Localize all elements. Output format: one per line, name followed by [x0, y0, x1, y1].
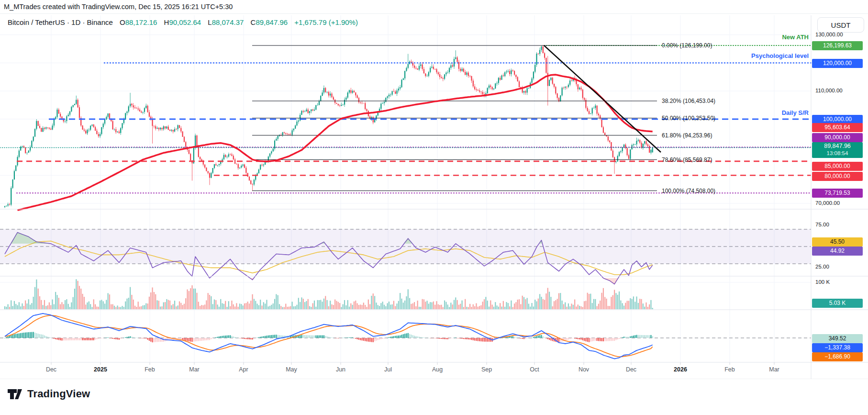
- macd-histogram-bar: [247, 338, 248, 339]
- macd-histogram-bar: [49, 337, 50, 338]
- macd-histogram-bar: [592, 338, 593, 341]
- candle-body: [578, 84, 579, 89]
- macd-histogram-bar: [597, 338, 598, 341]
- time-axis[interactable]: [0, 362, 811, 379]
- candle-body: [620, 151, 621, 152]
- volume-bar: [520, 304, 521, 309]
- candle-body: [408, 64, 409, 68]
- candle-body: [563, 88, 564, 88]
- candle-body: [384, 102, 385, 103]
- candle-body: [401, 80, 402, 87]
- volume-bar: [649, 304, 650, 309]
- volume-bar: [490, 300, 491, 309]
- currency-toggle-button[interactable]: USDT: [817, 17, 864, 33]
- macd-histogram-bar: [373, 338, 374, 342]
- symbol-info-bar[interactable]: Bitcoin / TetherUS · 1D · Binance O88,17…: [8, 18, 358, 26]
- volume-bar: [65, 300, 66, 309]
- volume-bar: [298, 298, 299, 309]
- candle-body: [434, 69, 435, 69]
- macd-histogram-bar: [568, 338, 569, 339]
- macd-histogram-bar: [520, 338, 521, 338]
- candle-body: [627, 148, 628, 155]
- macd-histogram-bar: [539, 335, 540, 338]
- candle-body: [171, 130, 172, 131]
- candle-body: [149, 112, 150, 116]
- volume-bar: [458, 305, 459, 309]
- candle-body: [341, 105, 342, 106]
- candle-body: [338, 104, 339, 105]
- macd-histogram-bar: [417, 336, 418, 338]
- macd-histogram-bar: [30, 332, 31, 338]
- macd-histogram-bar: [619, 338, 620, 339]
- volume-bar: [4, 306, 5, 309]
- macd-histogram-bar: [600, 338, 601, 341]
- volume-bar: [408, 289, 409, 309]
- macd-histogram-bar: [396, 336, 397, 338]
- volume-bar: [19, 302, 20, 309]
- volume-bar: [45, 306, 46, 309]
- macd-histogram-bar: [460, 338, 461, 338]
- close-label: C: [251, 18, 256, 26]
- macd-histogram-bar: [23, 333, 24, 338]
- candle-body: [611, 142, 612, 151]
- macd-histogram-bar: [604, 338, 605, 341]
- macd-histogram-bar: [455, 337, 456, 338]
- macd-histogram-bar: [406, 333, 407, 338]
- candle-body: [322, 92, 323, 96]
- volume-bar: [226, 307, 227, 309]
- candle-body: [196, 135, 197, 146]
- volume-bar: [252, 294, 253, 309]
- volume-bar: [278, 295, 278, 309]
- candle-body: [245, 168, 246, 173]
- volume-bar: [363, 303, 364, 309]
- candle-body: [543, 46, 544, 53]
- volume-bar: [90, 304, 91, 309]
- volume-bar: [361, 305, 362, 309]
- macd-histogram-bar: [130, 336, 131, 338]
- volume-bar: [439, 305, 440, 309]
- volume-bar: [612, 295, 613, 309]
- tradingview-logo[interactable]: TradingView: [7, 386, 90, 402]
- volume-bar: [515, 302, 516, 309]
- volume-bar: [274, 299, 275, 309]
- volume-bar: [163, 303, 164, 309]
- chart-canvas[interactable]: [0, 14, 868, 379]
- candle-body: [243, 165, 244, 166]
- macd-histogram-bar: [236, 337, 237, 338]
- macd-histogram-bar: [350, 337, 351, 338]
- candle-body: [380, 104, 381, 109]
- volume-bar: [422, 299, 423, 309]
- macd-histogram-bar: [117, 338, 118, 339]
- candle-body: [84, 130, 85, 131]
- candle-body: [385, 98, 386, 101]
- volume-bar: [309, 306, 310, 309]
- volume-bar: [93, 299, 94, 309]
- macd-histogram-bar: [156, 338, 157, 342]
- candle-body: [403, 79, 404, 80]
- symbol-title[interactable]: Bitcoin / TetherUS · 1D · Binance: [8, 18, 113, 26]
- macd-histogram-bar: [473, 338, 474, 340]
- candle-body: [645, 141, 646, 144]
- candle-body: [255, 175, 256, 179]
- volume-bar: [196, 293, 197, 309]
- candle-body: [154, 126, 155, 126]
- candle-body: [160, 128, 161, 129]
- volume-bar: [565, 303, 566, 309]
- macd-histogram-bar: [12, 335, 13, 338]
- volume-bar: [322, 302, 323, 309]
- volume-bar: [530, 307, 531, 309]
- volume-bar: [478, 307, 479, 309]
- macd-histogram-bar: [263, 336, 264, 338]
- macd-histogram-bar: [252, 338, 253, 339]
- volume-bar: [356, 303, 357, 309]
- macd-histogram-bar: [439, 338, 440, 339]
- volume-bar: [134, 306, 135, 309]
- volume-bar: [547, 288, 548, 309]
- volume-bar: [179, 302, 180, 309]
- candle-body: [93, 124, 94, 127]
- candle-body: [569, 80, 570, 85]
- volume-bar: [160, 306, 161, 309]
- candle-body: [482, 92, 483, 94]
- candle-body: [298, 121, 299, 122]
- volume-bar: [85, 304, 86, 309]
